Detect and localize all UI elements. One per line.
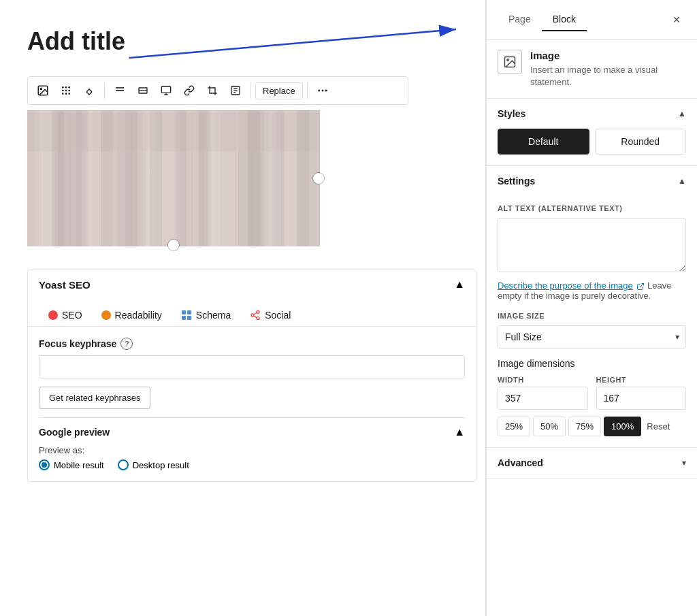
toolbar-separator-2 bbox=[250, 82, 251, 99]
styles-title: Styles bbox=[498, 108, 525, 119]
svg-rect-53 bbox=[182, 310, 186, 314]
reset-button[interactable]: Reset bbox=[647, 421, 670, 432]
yoast-header[interactable]: Yoast SEO ▲ bbox=[28, 270, 476, 299]
settings-panel-content: ALT TEXT (ALTERNATIVE TEXT) Describe the… bbox=[487, 204, 697, 447]
google-preview-header[interactable]: Google preview ▲ bbox=[39, 426, 465, 438]
advanced-panel: Advanced ▾ bbox=[487, 448, 697, 479]
tab-social-label: Social bbox=[265, 310, 291, 321]
settings-title: Settings bbox=[498, 176, 535, 187]
tab-schema-label: Schema bbox=[196, 310, 231, 321]
settings-chevron-up-icon: ▲ bbox=[678, 176, 686, 186]
style-default-button[interactable]: Default bbox=[498, 129, 589, 155]
alt-text-hint: Describe the purpose of the image Leave … bbox=[498, 280, 686, 301]
close-button[interactable]: × bbox=[667, 10, 686, 29]
alt-text-label: ALT TEXT (ALTERNATIVE TEXT) bbox=[498, 204, 686, 212]
scale-50-button[interactable]: 50% bbox=[533, 417, 566, 436]
height-input[interactable] bbox=[596, 387, 687, 410]
desktop-radio-btn[interactable] bbox=[118, 459, 129, 470]
scale-25-button[interactable]: 25% bbox=[498, 417, 530, 436]
svg-rect-56 bbox=[187, 316, 191, 320]
advanced-panel-header[interactable]: Advanced ▾ bbox=[487, 448, 697, 478]
yoast-seo-panel: Yoast SEO ▲ SEO Readability Schema bbox=[27, 270, 476, 482]
yoast-chevron-up: ▲ bbox=[454, 278, 465, 291]
focus-keyphrase-input[interactable] bbox=[39, 355, 465, 378]
external-link-icon bbox=[636, 282, 645, 291]
svg-point-5 bbox=[68, 86, 70, 88]
toolbar-text-icon[interactable] bbox=[225, 80, 246, 101]
help-icon[interactable]: ? bbox=[120, 338, 133, 350]
toolbar-more-icon[interactable] bbox=[312, 80, 334, 101]
svg-point-23 bbox=[318, 90, 320, 92]
svg-rect-49 bbox=[87, 110, 93, 246]
tab-seo[interactable]: SEO bbox=[39, 304, 92, 326]
scale-75-button[interactable]: 75% bbox=[568, 417, 601, 436]
svg-rect-34 bbox=[238, 110, 264, 246]
svg-rect-35 bbox=[268, 110, 296, 246]
styles-panel: Styles ▲ Default Rounded bbox=[487, 99, 697, 166]
yoast-title: Yoast SEO bbox=[39, 279, 91, 291]
mobile-radio-btn[interactable] bbox=[39, 459, 50, 470]
svg-point-4 bbox=[65, 86, 67, 88]
image-size-select[interactable]: Full Size Large Medium Thumbnail Custom bbox=[498, 325, 686, 348]
svg-rect-50 bbox=[148, 110, 155, 246]
styles-panel-content: Default Rounded bbox=[487, 129, 697, 165]
settings-panel-header[interactable]: Settings ▲ bbox=[487, 166, 697, 196]
svg-point-58 bbox=[251, 314, 254, 317]
svg-rect-48 bbox=[34, 110, 42, 246]
sidebar: Page Block × Image Insert an image to ma… bbox=[486, 0, 697, 616]
page-title[interactable]: Add title bbox=[27, 27, 458, 56]
svg-point-8 bbox=[68, 90, 70, 92]
image-purpose-link[interactable]: Describe the purpose of the image bbox=[498, 280, 633, 291]
svg-rect-37 bbox=[27, 110, 320, 246]
toolbar-media-icon[interactable] bbox=[155, 80, 177, 101]
svg-point-9 bbox=[62, 93, 64, 95]
svg-rect-54 bbox=[187, 310, 191, 314]
toolbar-image-icon[interactable] bbox=[32, 80, 54, 101]
styles-panel-header[interactable]: Styles ▲ bbox=[487, 99, 697, 129]
toolbar-separator-1 bbox=[104, 82, 105, 99]
toolbar-text-align-icon[interactable] bbox=[109, 80, 131, 101]
scale-100-button[interactable]: 100% bbox=[604, 417, 641, 436]
block-toolbar: Replace bbox=[27, 76, 408, 105]
toolbar-crop-icon[interactable] bbox=[201, 80, 223, 101]
svg-point-59 bbox=[257, 317, 259, 320]
toolbar-separator-3 bbox=[307, 82, 308, 99]
width-input[interactable] bbox=[498, 387, 588, 410]
toolbar-align-icon[interactable] bbox=[132, 80, 154, 101]
toolbar-grid-icon[interactable] bbox=[55, 80, 77, 101]
width-label: WIDTH bbox=[498, 376, 588, 384]
svg-point-10 bbox=[65, 93, 67, 95]
svg-rect-30 bbox=[117, 110, 143, 246]
tab-social[interactable]: Social bbox=[240, 304, 300, 326]
image-size-select-wrapper: Full Size Large Medium Thumbnail Custom … bbox=[498, 325, 686, 348]
toolbar-link-icon[interactable] bbox=[178, 80, 200, 101]
block-description: Image Insert an image to make a visual s… bbox=[530, 50, 686, 88]
settings-panel: Settings ▲ ALT TEXT (ALTERNATIVE TEXT) D… bbox=[487, 166, 697, 448]
svg-point-63 bbox=[507, 59, 509, 61]
readability-dot-icon bbox=[101, 310, 111, 320]
tab-schema[interactable]: Schema bbox=[172, 304, 240, 326]
block-icon-container bbox=[498, 50, 522, 74]
toolbar-arrows-icon[interactable] bbox=[78, 80, 100, 101]
tab-block[interactable]: Block bbox=[542, 8, 587, 31]
desktop-label: Desktop result bbox=[133, 460, 189, 470]
svg-rect-33 bbox=[208, 110, 235, 246]
sidebar-header: Page Block × bbox=[487, 0, 697, 40]
tab-page[interactable]: Page bbox=[498, 8, 542, 31]
replace-button[interactable]: Replace bbox=[255, 82, 303, 99]
focus-keyphrase-label: Focus keyphrase ? bbox=[39, 338, 465, 350]
resize-handle-bottom[interactable] bbox=[168, 240, 179, 250]
style-rounded-button[interactable]: Rounded bbox=[595, 129, 687, 155]
advanced-title: Advanced bbox=[498, 457, 543, 468]
svg-rect-28 bbox=[58, 110, 82, 246]
mobile-radio-label[interactable]: Mobile result bbox=[39, 459, 104, 470]
svg-rect-27 bbox=[27, 110, 54, 246]
resize-handle-right[interactable] bbox=[313, 173, 324, 184]
alt-text-input[interactable] bbox=[498, 218, 686, 272]
block-description-text: Insert an image to make a visual stateme… bbox=[530, 64, 686, 88]
related-keyphrases-button[interactable]: Get related keyphrases bbox=[39, 387, 150, 409]
svg-point-57 bbox=[257, 310, 259, 313]
svg-rect-16 bbox=[161, 86, 170, 93]
desktop-radio-label[interactable]: Desktop result bbox=[118, 459, 189, 470]
tab-readability[interactable]: Readability bbox=[92, 304, 172, 326]
